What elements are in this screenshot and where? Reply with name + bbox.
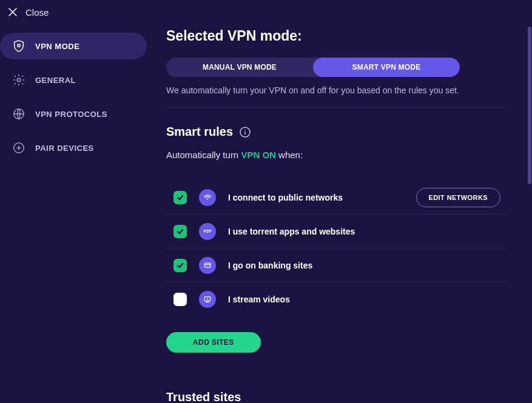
rule-label: I stream videos	[228, 295, 505, 304]
sidebar-item-vpn-mode[interactable]: VPN MODE	[0, 33, 147, 59]
rule-label: I connect to public networks	[228, 193, 404, 202]
svg-point-0	[18, 44, 20, 47]
auto-turn-on-text: Automatically turn VPN ON when:	[166, 150, 505, 160]
plus-circle-icon	[12, 141, 25, 155]
svg-point-1	[17, 78, 21, 82]
info-icon[interactable]	[239, 126, 251, 138]
wifi-icon	[199, 189, 216, 206]
scrollbar[interactable]	[527, 24, 532, 403]
svg-rect-7	[204, 263, 210, 267]
globe-net-icon	[12, 107, 25, 121]
sidebar-item-pair-devices[interactable]: PAIR DEVICES	[0, 135, 147, 161]
close-icon[interactable]	[8, 8, 17, 16]
smart-rules-title: Smart rules	[166, 125, 233, 139]
divider	[166, 107, 505, 108]
scrollbar-thumb[interactable]	[528, 27, 531, 184]
sidebar: VPN MODE GENERAL VPN PROTOCOLS	[0, 24, 158, 403]
svg-point-5	[244, 129, 246, 130]
sidebar-item-label: VPN PROTOCOLS	[35, 110, 107, 119]
close-label[interactable]: Close	[25, 7, 49, 18]
checkbox-stream[interactable]	[173, 293, 187, 306]
checkbox-banking[interactable]	[173, 259, 187, 272]
page-title: Selected VPN mode:	[166, 28, 505, 44]
checkbox-public-networks[interactable]	[173, 191, 187, 204]
sidebar-item-label: PAIR DEVICES	[35, 144, 94, 153]
checkbox-torrent[interactable]	[173, 225, 187, 238]
sidebar-item-label: VPN MODE	[35, 42, 79, 51]
toggle-manual-vpn[interactable]: MANUAL VPN MODE	[166, 58, 313, 77]
rule-label: I go on banking sites	[228, 261, 505, 270]
sidebar-item-label: GENERAL	[35, 76, 76, 85]
sidebar-item-general[interactable]: GENERAL	[0, 67, 147, 93]
shield-gear-icon	[12, 39, 25, 53]
gear-icon	[12, 73, 25, 87]
svg-point-6	[207, 199, 208, 200]
stream-icon	[199, 291, 216, 308]
rule-row-torrent: P2P I use torrent apps and websites	[166, 215, 505, 248]
bank-icon	[199, 257, 216, 274]
add-sites-button[interactable]: ADD SITES	[166, 332, 261, 353]
mode-description: We automatically turn your VPN on and of…	[166, 85, 505, 95]
trusted-sites-title: Trusted sites	[166, 390, 505, 403]
rule-row-public-networks: I connect to public networks EDIT NETWOR…	[166, 181, 505, 215]
sidebar-item-vpn-protocols[interactable]: VPN PROTOCOLS	[0, 101, 147, 127]
edit-networks-button[interactable]: EDIT NETWORKS	[416, 188, 500, 207]
rule-row-stream: I stream videos	[166, 282, 505, 316]
vpn-mode-toggle: MANUAL VPN MODE SMART VPN MODE	[166, 58, 460, 77]
main-panel: Selected VPN mode: MANUAL VPN MODE SMART…	[158, 24, 532, 403]
rule-row-banking: I go on banking sites	[166, 248, 505, 282]
rule-label: I use torrent apps and websites	[228, 227, 505, 236]
toggle-smart-vpn[interactable]: SMART VPN MODE	[313, 58, 460, 77]
p2p-icon: P2P	[199, 223, 216, 240]
